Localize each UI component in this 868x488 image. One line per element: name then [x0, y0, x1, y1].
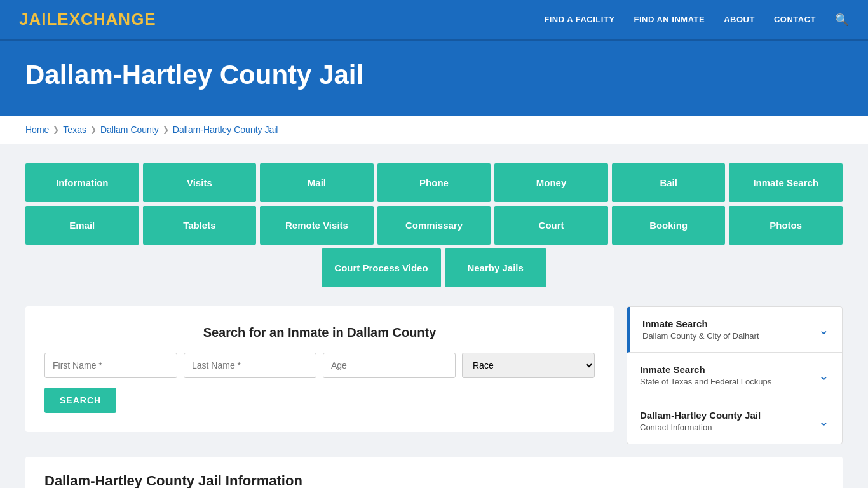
- btn-tablets[interactable]: Tablets: [143, 206, 257, 245]
- inmate-search-box: Search for an Inmate in Dallam County Ra…: [25, 306, 614, 432]
- search-title: Search for an Inmate in Dallam County: [44, 325, 595, 340]
- bottom-title: Dallam-Hartley County Jail Information: [44, 473, 824, 488]
- btn-phone[interactable]: Phone: [377, 163, 491, 202]
- btn-inmate-search[interactable]: Inmate Search: [729, 163, 843, 202]
- logo[interactable]: JAILEXCHANGE: [19, 10, 156, 29]
- chevron-down-icon-1: ⌄: [818, 368, 829, 383]
- sidebar-item-sub-0: Dallam County & City of Dalhart: [642, 331, 759, 341]
- breadcrumb-current[interactable]: Dallam-Hartley County Jail: [173, 125, 278, 135]
- breadcrumb: Home ❯ Texas ❯ Dallam County ❯ Dallam-Ha…: [25, 125, 843, 135]
- grid-row-1: Information Visits Mail Phone Money Bail…: [25, 163, 843, 202]
- breadcrumb-sep-1: ❯: [53, 125, 59, 134]
- logo-exchange: EXCHANGE: [57, 10, 156, 29]
- page-title: Dallam-Hartley County Jail: [25, 60, 843, 90]
- breadcrumb-sep-2: ❯: [90, 125, 97, 134]
- grid-row-3: Court Process Video Nearby Jails: [25, 248, 843, 287]
- main-content: Information Visits Mail Phone Money Bail…: [0, 144, 868, 488]
- sidebar-item-title-0: Inmate Search: [642, 318, 759, 329]
- age-input[interactable]: [323, 353, 456, 378]
- breadcrumb-dallam-county[interactable]: Dallam County: [100, 125, 159, 135]
- header: JAILEXCHANGE FIND A FACILITY FIND AN INM…: [0, 0, 868, 41]
- sidebar-item-1[interactable]: Inmate Search State of Texas and Federal…: [627, 353, 842, 398]
- btn-information[interactable]: Information: [25, 163, 139, 202]
- two-col-layout: Search for an Inmate in Dallam County Ra…: [25, 306, 843, 444]
- sidebar-item-title-2: Dallam-Hartley County Jail: [640, 410, 761, 421]
- sidebar-item-sub-2: Contact Information: [640, 423, 761, 432]
- grid-row-2: Email Tablets Remote Visits Commissary C…: [25, 206, 843, 245]
- btn-photos[interactable]: Photos: [729, 206, 843, 245]
- nav-about[interactable]: ABOUT: [724, 15, 755, 24]
- breadcrumb-bar: Home ❯ Texas ❯ Dallam County ❯ Dallam-Ha…: [0, 116, 868, 144]
- breadcrumb-sep-3: ❯: [163, 125, 169, 134]
- sidebar-item-2[interactable]: Dallam-Hartley County Jail Contact Infor…: [627, 398, 842, 444]
- sidebar-item-0[interactable]: Inmate Search Dallam County & City of Da…: [627, 307, 842, 353]
- chevron-down-icon-2: ⌄: [818, 414, 829, 429]
- btn-email[interactable]: Email: [25, 206, 139, 245]
- sidebar: Inmate Search Dallam County & City of Da…: [627, 306, 843, 444]
- hero-section: Dallam-Hartley County Jail: [0, 41, 868, 116]
- btn-money[interactable]: Money: [494, 163, 608, 202]
- sidebar-item-title-1: Inmate Search: [640, 364, 771, 375]
- search-fields: Race White Black Hispanic Asian Other: [44, 353, 595, 378]
- search-button[interactable]: SEARCH: [44, 388, 116, 413]
- sidebar-item-sub-1: State of Texas and Federal Lockups: [640, 377, 771, 386]
- nav-contact[interactable]: CONTACT: [774, 15, 816, 24]
- btn-remote-visits[interactable]: Remote Visits: [260, 206, 374, 245]
- last-name-input[interactable]: [184, 353, 316, 378]
- logo-jail: JAIL: [19, 10, 57, 29]
- btn-mail[interactable]: Mail: [260, 163, 374, 202]
- search-icon[interactable]: 🔍: [835, 13, 849, 27]
- first-name-input[interactable]: [44, 353, 177, 378]
- main-nav: FIND A FACILITY FIND AN INMATE ABOUT CON…: [544, 13, 849, 27]
- btn-court[interactable]: Court: [494, 206, 608, 245]
- chevron-down-icon-0: ⌄: [818, 322, 829, 337]
- btn-booking[interactable]: Booking: [612, 206, 726, 245]
- breadcrumb-home[interactable]: Home: [25, 125, 49, 135]
- nav-find-inmate[interactable]: FIND AN INMATE: [634, 15, 705, 24]
- nav-find-facility[interactable]: FIND A FACILITY: [544, 15, 614, 24]
- btn-visits[interactable]: Visits: [143, 163, 257, 202]
- btn-nearby-jails[interactable]: Nearby Jails: [445, 248, 546, 287]
- breadcrumb-texas[interactable]: Texas: [63, 125, 86, 135]
- btn-bail[interactable]: Bail: [612, 163, 726, 202]
- btn-commissary[interactable]: Commissary: [377, 206, 491, 245]
- btn-court-process-video[interactable]: Court Process Video: [322, 248, 440, 287]
- bottom-info-section: Dallam-Hartley County Jail Information: [25, 457, 843, 488]
- race-select[interactable]: Race White Black Hispanic Asian Other: [462, 353, 595, 378]
